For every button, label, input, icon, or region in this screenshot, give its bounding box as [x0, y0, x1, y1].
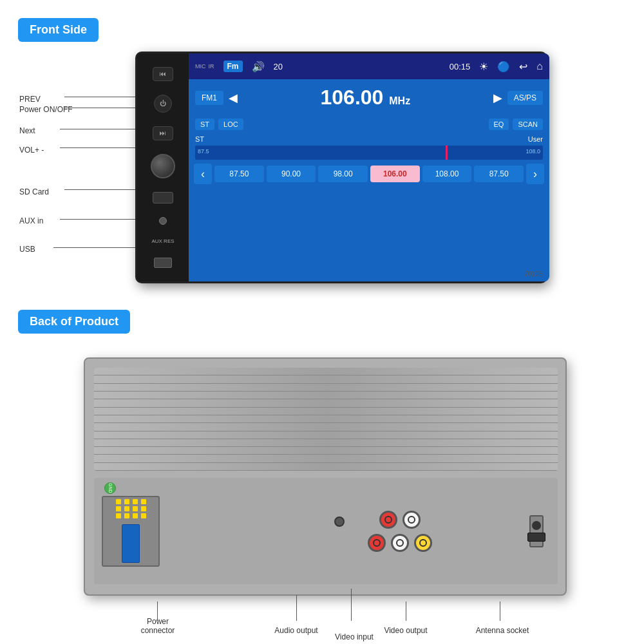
freq-next-button[interactable]: › — [526, 164, 544, 184]
next-button[interactable]: ⏭ — [153, 126, 173, 140]
back-lower-panel — [94, 478, 558, 584]
audio-output-rca — [379, 511, 421, 529]
freq-preset-6[interactable]: 87.50 — [474, 166, 524, 182]
callout-line-video-in — [351, 589, 352, 621]
freq-preset-1[interactable]: 87.50 — [214, 166, 264, 182]
freq-preset-row: ‹ 87.50 90.00 98.00 106.00 108.00 87.50 … — [189, 160, 549, 188]
callout-video-input: Video input — [328, 632, 380, 641]
callout-line-audio — [296, 595, 297, 621]
tuner-needle — [446, 146, 448, 160]
rca-red-2 — [368, 534, 386, 552]
tuner-labels: ST User — [189, 133, 549, 146]
st-indicator: ST — [195, 135, 204, 143]
usb-port[interactable] — [154, 258, 172, 268]
aux-res-label: AUX RES — [151, 238, 174, 245]
loc-button[interactable]: LOC — [218, 118, 243, 130]
freq-prev-button[interactable]: ‹ — [194, 164, 212, 184]
rca-white-2 — [391, 534, 409, 552]
usb-slot-back — [527, 533, 545, 542]
tuner-bar: 87.5 108.0 — [195, 146, 543, 160]
fm1-button[interactable]: FM1 — [195, 91, 223, 105]
volume-knob[interactable] — [151, 154, 175, 178]
tuner-scale: 87.5 108.0 — [195, 148, 543, 155]
freq-preset-5[interactable]: 108.00 — [422, 166, 472, 182]
rca-white — [402, 511, 421, 529]
next-station-button[interactable]: ▶ — [493, 91, 502, 105]
callout-audio-output: Audio output — [270, 626, 322, 635]
callout-usb: USB — [19, 245, 35, 254]
prev-station-button[interactable]: ◀ — [229, 91, 238, 105]
st-button[interactable]: ST — [195, 118, 214, 130]
callout-line-video-out — [406, 601, 406, 621]
rca-red — [379, 511, 397, 529]
power-button[interactable]: ⏻ — [154, 95, 172, 113]
callout-line-power — [157, 601, 158, 621]
callout-video-output: Video output — [380, 626, 431, 635]
video-rca — [368, 534, 432, 552]
ir-label: IR — [209, 63, 214, 70]
eq-button[interactable]: EQ — [489, 118, 509, 130]
model-number: 7010B — [524, 270, 543, 278]
freq-unit: MHz — [389, 95, 410, 106]
antenna-socket — [529, 515, 544, 547]
asps-button[interactable]: AS/PS — [507, 91, 543, 105]
status-bar: MIC IR Fm 🔊 20 00:15 ☀ 🔵 ↩ ⌂ — [189, 53, 549, 79]
frequency-display: 106.00 MHz — [243, 83, 488, 112]
fm-controls-row: FM1 ◀ 106.00 MHz ▶ AS/PS — [189, 79, 549, 116]
callout-line-antenna — [500, 601, 500, 621]
prev-button[interactable]: ⏮ — [153, 67, 173, 81]
fm-main-area: FM1 ◀ 106.00 MHz ▶ AS/PS ST LOC EQ SCAN — [189, 79, 549, 281]
mic-label: MIC — [195, 63, 206, 70]
sd-card-slot[interactable] — [153, 192, 173, 204]
fm-sub-row: ST LOC EQ SCAN — [189, 116, 549, 133]
callout-antenna-socket: Antenna socket — [470, 626, 535, 635]
back-of-product-label: Back of Product — [18, 310, 130, 334]
heatsink — [94, 368, 558, 471]
fm-icon[interactable]: Fm — [223, 61, 243, 72]
callout-power: Power ON/OFF — [19, 105, 73, 114]
freq-value: 106.00 — [320, 86, 383, 109]
back-icon[interactable]: ↩ — [519, 61, 527, 73]
settings-icon[interactable]: ☀ — [479, 61, 488, 73]
small-jack-top — [334, 516, 345, 527]
bluetooth-icon[interactable]: 🔵 — [497, 61, 510, 73]
callout-vol: VOL+ - — [19, 146, 44, 155]
display-screen: MIC IR Fm 🔊 20 00:15 ☀ 🔵 ↩ ⌂ FM1 ◀ 106.0… — [189, 53, 549, 281]
freq-preset-4[interactable]: 106.00 — [370, 166, 420, 182]
time-display: 00:15 — [450, 62, 471, 71]
back-unit: GND — [84, 357, 567, 596]
radio-unit: ⏮ ⏻ ⏭ AUX RES MIC IR Fm 🔊 20 00:15 ☀ 🔵 ↩… — [135, 52, 547, 283]
callout-sdcard: SD Card — [19, 187, 49, 196]
freq-preset-2[interactable]: 90.00 — [267, 166, 316, 182]
callout-aux: AUX in — [19, 216, 43, 225]
callout-power-connector: Power connector — [129, 617, 187, 635]
aux-jack[interactable] — [159, 217, 167, 225]
user-label: User — [528, 135, 543, 143]
rca-yellow — [414, 534, 432, 552]
callout-next: Next — [19, 126, 35, 135]
volume-icon: 🔊 — [252, 61, 265, 73]
volume-value: 20 — [274, 62, 283, 71]
front-side-label: Front Side — [18, 18, 99, 42]
freq-preset-3[interactable]: 98.00 — [318, 166, 368, 182]
left-control-panel: ⏮ ⏻ ⏭ AUX RES — [137, 53, 189, 281]
power-connector — [102, 496, 160, 567]
callout-prev: PREV — [19, 95, 41, 104]
scan-button[interactable]: SCAN — [513, 118, 543, 130]
blue-connector — [122, 524, 140, 563]
home-icon[interactable]: ⌂ — [536, 61, 543, 72]
green-sticker: GND — [104, 482, 116, 494]
